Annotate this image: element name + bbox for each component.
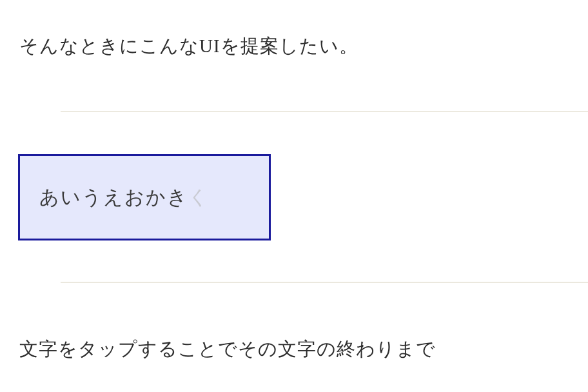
intro-paragraph: そんなときにこんなUIを提案したい。: [19, 34, 358, 59]
text-input-demo[interactable]: あいうえおかきく: [18, 154, 271, 240]
divider-top: [61, 111, 588, 112]
text-visible: あいうえおかき: [39, 186, 188, 208]
text-faded: く: [188, 186, 210, 208]
input-value: あいうえおかきく: [39, 184, 210, 211]
divider-bottom: [61, 282, 588, 283]
description-paragraph: 文字をタップすることでその文字の終わりまで: [19, 337, 588, 362]
